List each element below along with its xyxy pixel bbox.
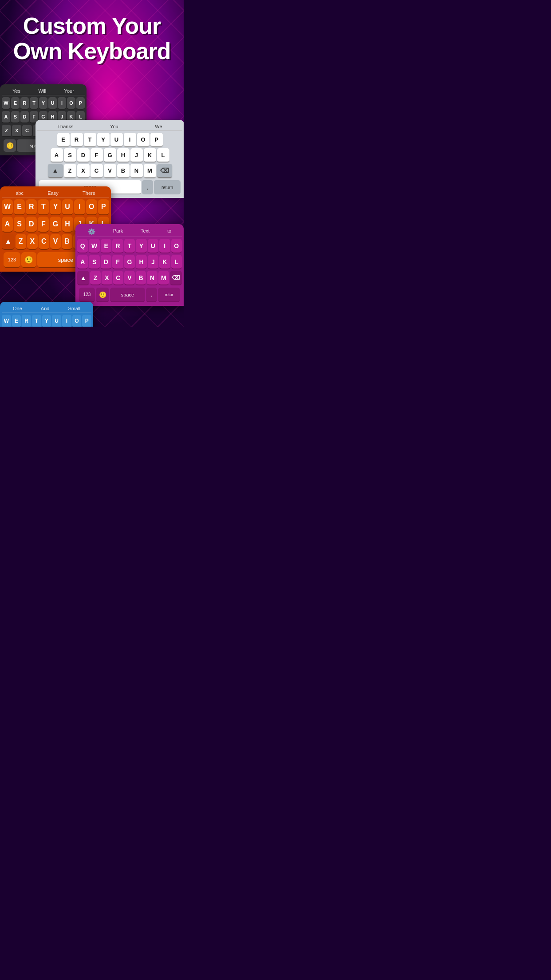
wkey-j[interactable]: J [130, 148, 143, 162]
key-u[interactable]: U [48, 97, 57, 110]
shift-key[interactable]: ▲ [48, 164, 63, 178]
pkey-y[interactable]: Y [136, 239, 146, 253]
pink-emoji-key[interactable]: 🙂 [96, 288, 109, 302]
key-a[interactable]: A [2, 111, 10, 123]
pkey-b[interactable]: B [136, 271, 146, 285]
wkey-m[interactable]: M [144, 164, 156, 178]
wkey-p[interactable]: P [150, 133, 163, 147]
okey-h[interactable]: H [62, 217, 73, 233]
wkey-b[interactable]: B [117, 164, 130, 178]
key-o[interactable]: O [67, 97, 75, 110]
wkey-d[interactable]: D [77, 148, 90, 162]
key-r[interactable]: R [20, 97, 29, 110]
pkey-g[interactable]: G [124, 255, 135, 269]
wkey-y[interactable]: Y [97, 133, 110, 147]
wkey-x[interactable]: X [77, 164, 90, 178]
wkey-f[interactable]: F [91, 148, 103, 162]
okey-y[interactable]: Y [50, 199, 61, 215]
pkey-h[interactable]: H [136, 255, 146, 269]
okey-r[interactable]: R [26, 199, 37, 215]
pkey-q[interactable]: Q [77, 239, 88, 253]
okey-u[interactable]: U [62, 199, 73, 215]
key-i[interactable]: I [58, 97, 66, 110]
wkey-g[interactable]: G [104, 148, 116, 162]
okey-w[interactable]: W [2, 199, 13, 215]
orange-suggestion-3[interactable]: There [83, 190, 95, 196]
bkey-w[interactable]: W [2, 315, 11, 327]
key-d[interactable]: D [20, 111, 29, 123]
okey-g[interactable]: G [50, 217, 61, 233]
key-t[interactable]: T [30, 97, 38, 110]
bkey-u[interactable]: U [52, 315, 61, 327]
wkey-z[interactable]: Z [64, 164, 76, 178]
pink-space-key[interactable]: space [110, 288, 145, 302]
pkey-c[interactable]: C [113, 271, 124, 285]
orange-emoji-key[interactable]: 🙂 [21, 252, 36, 268]
wkey-r[interactable]: R [71, 133, 83, 147]
bkey-y[interactable]: Y [42, 315, 51, 327]
pink-settings-icon[interactable]: ⚙️ [88, 228, 95, 235]
white-dot-key[interactable]: . [142, 180, 153, 194]
key-x[interactable]: X [12, 125, 21, 137]
orange-123-key[interactable]: 123 [4, 252, 20, 268]
pkey-r[interactable]: R [112, 239, 123, 253]
white-backspace[interactable]: ⌫ [157, 164, 172, 178]
okey-t[interactable]: T [38, 199, 49, 215]
pkey-l[interactable]: L [171, 255, 182, 269]
pink-suggestion-1[interactable]: Park [113, 228, 123, 235]
pkey-e[interactable]: E [101, 239, 111, 253]
blue-suggestion-3[interactable]: Small [68, 306, 80, 311]
key-w[interactable]: W [2, 97, 10, 110]
okey-d[interactable]: D [26, 217, 37, 233]
key-y[interactable]: Y [39, 97, 47, 110]
blue-suggestion-1[interactable]: One [13, 306, 22, 311]
wkey-a[interactable]: A [51, 148, 63, 162]
pkey-t[interactable]: T [124, 239, 135, 253]
wkey-o[interactable]: O [137, 133, 150, 147]
pkey-k[interactable]: K [159, 255, 170, 269]
pink-123-key[interactable]: 123 [79, 288, 95, 302]
pink-shift[interactable]: ▲ [77, 271, 90, 285]
okey-z[interactable]: Z [16, 234, 26, 250]
white-suggestion-2[interactable]: You [110, 124, 118, 129]
wkey-i[interactable]: I [124, 133, 136, 147]
pkey-x[interactable]: X [102, 271, 112, 285]
wkey-t[interactable]: T [84, 133, 96, 147]
wkey-u[interactable]: U [110, 133, 123, 147]
pkey-o[interactable]: O [171, 239, 182, 253]
bkey-t[interactable]: T [32, 315, 41, 327]
bkey-p[interactable]: P [82, 315, 91, 327]
okey-o[interactable]: O [86, 199, 97, 215]
dark-suggestion-3[interactable]: Your [64, 88, 74, 94]
pkey-f[interactable]: F [112, 255, 123, 269]
pink-dot-key[interactable]: . [146, 288, 157, 302]
pink-backspace[interactable]: ⌫ [170, 271, 182, 285]
key-e[interactable]: E [11, 97, 20, 110]
pink-return-key[interactable]: retur [158, 288, 180, 302]
pkey-d[interactable]: D [101, 255, 111, 269]
dark-suggestion-2[interactable]: Will [38, 88, 46, 94]
pkey-a[interactable]: A [77, 255, 88, 269]
pkey-v[interactable]: V [124, 271, 135, 285]
okey-e[interactable]: E [14, 199, 25, 215]
wkey-k[interactable]: K [144, 148, 156, 162]
pkey-z[interactable]: Z [90, 271, 101, 285]
okey-f[interactable]: F [38, 217, 49, 233]
wkey-v[interactable]: V [104, 164, 116, 178]
pink-suggestion-3[interactable]: to [167, 228, 171, 235]
wkey-h[interactable]: H [117, 148, 130, 162]
wkey-c[interactable]: C [91, 164, 103, 178]
pkey-u[interactable]: U [148, 239, 158, 253]
pink-suggestion-2[interactable]: Text [141, 228, 150, 235]
wkey-n[interactable]: N [130, 164, 143, 178]
dark-suggestion-1[interactable]: Yes [12, 88, 20, 94]
okey-b[interactable]: B [62, 234, 72, 250]
okey-x[interactable]: X [27, 234, 38, 250]
emoji-button[interactable]: 🙂 [4, 139, 16, 152]
pkey-n[interactable]: N [147, 271, 157, 285]
pkey-m[interactable]: M [158, 271, 169, 285]
key-p[interactable]: P [76, 97, 85, 110]
pkey-j[interactable]: J [148, 255, 158, 269]
okey-s[interactable]: S [14, 217, 25, 233]
wkey-s[interactable]: S [64, 148, 76, 162]
